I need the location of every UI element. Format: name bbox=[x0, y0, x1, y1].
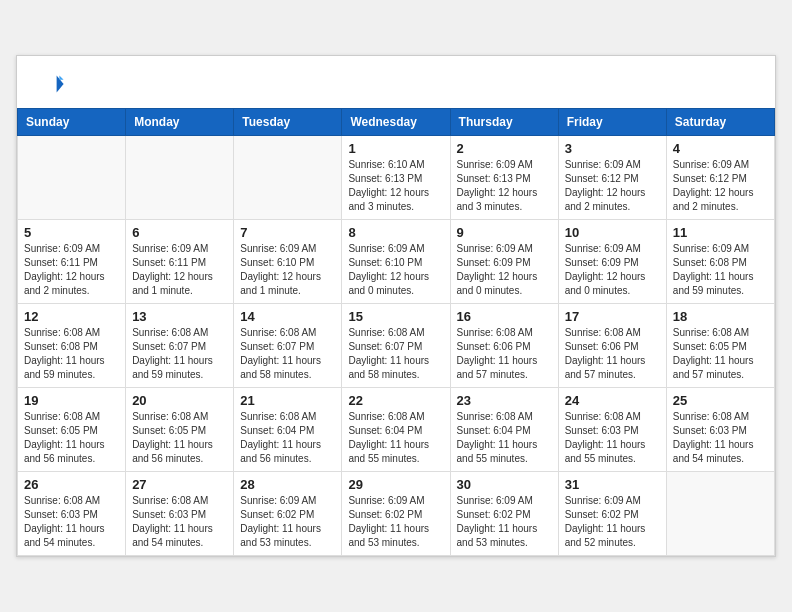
day-cell: 14Sunrise: 6:08 AM Sunset: 6:07 PM Dayli… bbox=[234, 304, 342, 388]
day-info: Sunrise: 6:10 AM Sunset: 6:13 PM Dayligh… bbox=[348, 158, 443, 214]
day-number: 21 bbox=[240, 393, 335, 408]
day-number: 16 bbox=[457, 309, 552, 324]
day-cell: 17Sunrise: 6:08 AM Sunset: 6:06 PM Dayli… bbox=[558, 304, 666, 388]
day-cell bbox=[18, 136, 126, 220]
logo bbox=[37, 70, 69, 98]
day-cell: 31Sunrise: 6:09 AM Sunset: 6:02 PM Dayli… bbox=[558, 472, 666, 556]
week-row-3: 12Sunrise: 6:08 AM Sunset: 6:08 PM Dayli… bbox=[18, 304, 775, 388]
day-info: Sunrise: 6:09 AM Sunset: 6:02 PM Dayligh… bbox=[240, 494, 335, 550]
day-cell: 12Sunrise: 6:08 AM Sunset: 6:08 PM Dayli… bbox=[18, 304, 126, 388]
week-row-5: 26Sunrise: 6:08 AM Sunset: 6:03 PM Dayli… bbox=[18, 472, 775, 556]
day-info: Sunrise: 6:08 AM Sunset: 6:03 PM Dayligh… bbox=[24, 494, 119, 550]
day-number: 31 bbox=[565, 477, 660, 492]
logo-icon bbox=[37, 70, 65, 98]
day-info: Sunrise: 6:09 AM Sunset: 6:13 PM Dayligh… bbox=[457, 158, 552, 214]
day-info: Sunrise: 6:08 AM Sunset: 6:05 PM Dayligh… bbox=[673, 326, 768, 382]
day-number: 2 bbox=[457, 141, 552, 156]
day-info: Sunrise: 6:09 AM Sunset: 6:12 PM Dayligh… bbox=[673, 158, 768, 214]
day-number: 4 bbox=[673, 141, 768, 156]
day-info: Sunrise: 6:08 AM Sunset: 6:07 PM Dayligh… bbox=[240, 326, 335, 382]
day-cell: 2Sunrise: 6:09 AM Sunset: 6:13 PM Daylig… bbox=[450, 136, 558, 220]
day-info: Sunrise: 6:08 AM Sunset: 6:04 PM Dayligh… bbox=[240, 410, 335, 466]
day-number: 19 bbox=[24, 393, 119, 408]
calendar-grid: SundayMondayTuesdayWednesdayThursdayFrid… bbox=[17, 108, 775, 556]
day-info: Sunrise: 6:09 AM Sunset: 6:09 PM Dayligh… bbox=[565, 242, 660, 298]
day-cell: 13Sunrise: 6:08 AM Sunset: 6:07 PM Dayli… bbox=[126, 304, 234, 388]
day-info: Sunrise: 6:09 AM Sunset: 6:08 PM Dayligh… bbox=[673, 242, 768, 298]
week-row-1: 1Sunrise: 6:10 AM Sunset: 6:13 PM Daylig… bbox=[18, 136, 775, 220]
day-info: Sunrise: 6:09 AM Sunset: 6:02 PM Dayligh… bbox=[565, 494, 660, 550]
day-info: Sunrise: 6:09 AM Sunset: 6:12 PM Dayligh… bbox=[565, 158, 660, 214]
day-cell: 29Sunrise: 6:09 AM Sunset: 6:02 PM Dayli… bbox=[342, 472, 450, 556]
day-cell bbox=[666, 472, 774, 556]
calendar-container: SundayMondayTuesdayWednesdayThursdayFrid… bbox=[16, 55, 776, 557]
day-info: Sunrise: 6:08 AM Sunset: 6:06 PM Dayligh… bbox=[457, 326, 552, 382]
day-number: 20 bbox=[132, 393, 227, 408]
day-info: Sunrise: 6:09 AM Sunset: 6:11 PM Dayligh… bbox=[132, 242, 227, 298]
day-number: 14 bbox=[240, 309, 335, 324]
day-cell: 19Sunrise: 6:08 AM Sunset: 6:05 PM Dayli… bbox=[18, 388, 126, 472]
day-info: Sunrise: 6:08 AM Sunset: 6:05 PM Dayligh… bbox=[24, 410, 119, 466]
day-number: 7 bbox=[240, 225, 335, 240]
day-number: 30 bbox=[457, 477, 552, 492]
day-number: 22 bbox=[348, 393, 443, 408]
weekday-header-wednesday: Wednesday bbox=[342, 109, 450, 136]
day-cell: 25Sunrise: 6:08 AM Sunset: 6:03 PM Dayli… bbox=[666, 388, 774, 472]
weekday-header-thursday: Thursday bbox=[450, 109, 558, 136]
day-number: 26 bbox=[24, 477, 119, 492]
weekday-header-row: SundayMondayTuesdayWednesdayThursdayFrid… bbox=[18, 109, 775, 136]
day-number: 12 bbox=[24, 309, 119, 324]
day-cell: 26Sunrise: 6:08 AM Sunset: 6:03 PM Dayli… bbox=[18, 472, 126, 556]
day-number: 17 bbox=[565, 309, 660, 324]
day-info: Sunrise: 6:08 AM Sunset: 6:03 PM Dayligh… bbox=[132, 494, 227, 550]
calendar-header bbox=[17, 56, 775, 108]
day-cell bbox=[126, 136, 234, 220]
day-cell: 15Sunrise: 6:08 AM Sunset: 6:07 PM Dayli… bbox=[342, 304, 450, 388]
day-cell: 22Sunrise: 6:08 AM Sunset: 6:04 PM Dayli… bbox=[342, 388, 450, 472]
day-cell: 4Sunrise: 6:09 AM Sunset: 6:12 PM Daylig… bbox=[666, 136, 774, 220]
day-number: 18 bbox=[673, 309, 768, 324]
day-number: 10 bbox=[565, 225, 660, 240]
weekday-header-saturday: Saturday bbox=[666, 109, 774, 136]
day-info: Sunrise: 6:09 AM Sunset: 6:10 PM Dayligh… bbox=[240, 242, 335, 298]
day-cell: 30Sunrise: 6:09 AM Sunset: 6:02 PM Dayli… bbox=[450, 472, 558, 556]
day-cell: 20Sunrise: 6:08 AM Sunset: 6:05 PM Dayli… bbox=[126, 388, 234, 472]
day-cell: 18Sunrise: 6:08 AM Sunset: 6:05 PM Dayli… bbox=[666, 304, 774, 388]
day-cell: 16Sunrise: 6:08 AM Sunset: 6:06 PM Dayli… bbox=[450, 304, 558, 388]
day-cell: 24Sunrise: 6:08 AM Sunset: 6:03 PM Dayli… bbox=[558, 388, 666, 472]
day-number: 1 bbox=[348, 141, 443, 156]
day-info: Sunrise: 6:09 AM Sunset: 6:11 PM Dayligh… bbox=[24, 242, 119, 298]
week-row-4: 19Sunrise: 6:08 AM Sunset: 6:05 PM Dayli… bbox=[18, 388, 775, 472]
day-info: Sunrise: 6:08 AM Sunset: 6:04 PM Dayligh… bbox=[457, 410, 552, 466]
weekday-header-friday: Friday bbox=[558, 109, 666, 136]
day-cell bbox=[234, 136, 342, 220]
day-number: 5 bbox=[24, 225, 119, 240]
day-cell: 10Sunrise: 6:09 AM Sunset: 6:09 PM Dayli… bbox=[558, 220, 666, 304]
day-cell: 27Sunrise: 6:08 AM Sunset: 6:03 PM Dayli… bbox=[126, 472, 234, 556]
day-info: Sunrise: 6:08 AM Sunset: 6:04 PM Dayligh… bbox=[348, 410, 443, 466]
day-cell: 23Sunrise: 6:08 AM Sunset: 6:04 PM Dayli… bbox=[450, 388, 558, 472]
day-cell: 5Sunrise: 6:09 AM Sunset: 6:11 PM Daylig… bbox=[18, 220, 126, 304]
day-number: 6 bbox=[132, 225, 227, 240]
day-info: Sunrise: 6:08 AM Sunset: 6:05 PM Dayligh… bbox=[132, 410, 227, 466]
day-info: Sunrise: 6:09 AM Sunset: 6:09 PM Dayligh… bbox=[457, 242, 552, 298]
day-number: 29 bbox=[348, 477, 443, 492]
day-info: Sunrise: 6:08 AM Sunset: 6:03 PM Dayligh… bbox=[565, 410, 660, 466]
day-info: Sunrise: 6:08 AM Sunset: 6:06 PM Dayligh… bbox=[565, 326, 660, 382]
day-number: 15 bbox=[348, 309, 443, 324]
day-info: Sunrise: 6:09 AM Sunset: 6:02 PM Dayligh… bbox=[348, 494, 443, 550]
day-info: Sunrise: 6:08 AM Sunset: 6:08 PM Dayligh… bbox=[24, 326, 119, 382]
day-number: 13 bbox=[132, 309, 227, 324]
day-info: Sunrise: 6:08 AM Sunset: 6:07 PM Dayligh… bbox=[348, 326, 443, 382]
day-number: 9 bbox=[457, 225, 552, 240]
day-info: Sunrise: 6:09 AM Sunset: 6:02 PM Dayligh… bbox=[457, 494, 552, 550]
day-cell: 8Sunrise: 6:09 AM Sunset: 6:10 PM Daylig… bbox=[342, 220, 450, 304]
day-cell: 3Sunrise: 6:09 AM Sunset: 6:12 PM Daylig… bbox=[558, 136, 666, 220]
svg-marker-1 bbox=[59, 76, 63, 80]
day-info: Sunrise: 6:09 AM Sunset: 6:10 PM Dayligh… bbox=[348, 242, 443, 298]
day-cell: 11Sunrise: 6:09 AM Sunset: 6:08 PM Dayli… bbox=[666, 220, 774, 304]
day-number: 24 bbox=[565, 393, 660, 408]
day-number: 8 bbox=[348, 225, 443, 240]
day-cell: 21Sunrise: 6:08 AM Sunset: 6:04 PM Dayli… bbox=[234, 388, 342, 472]
day-number: 3 bbox=[565, 141, 660, 156]
